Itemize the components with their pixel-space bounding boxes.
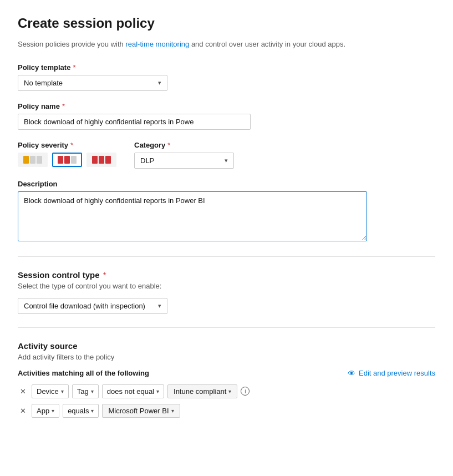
policy-name-input[interactable] (18, 114, 251, 130)
activities-matching-label: Activities matching all of the following (18, 369, 149, 377)
filter-row-1: ✕ Device ▾ Tag ▾ does not equal ▾ Intune… (18, 384, 435, 398)
chevron-down-icon-op2: ▾ (91, 408, 94, 414)
policy-severity-group: Policy severity * (18, 141, 116, 167)
page-title: Create session policy (18, 16, 435, 31)
required-star: * (73, 63, 75, 72)
section-divider-1 (18, 256, 435, 257)
category-label: Category * (134, 141, 234, 149)
chevron-down-icon-val2: ▾ (171, 408, 174, 414)
filter-field2-1-label: Tag (77, 387, 89, 396)
session-control-group: Session control type * Select the type o… (18, 270, 435, 314)
filter-operator-1[interactable]: does not equal ▾ (102, 384, 164, 398)
category-value: DLP (140, 156, 154, 165)
add-filters-text: Add activity filters to the policy (18, 353, 435, 361)
info-icon-1[interactable]: i (241, 387, 250, 396)
filter-value-1[interactable]: Intune compliant ▾ (167, 384, 237, 398)
policy-template-value: No template (24, 79, 63, 87)
filter-field1-2[interactable]: App ▾ (32, 404, 59, 418)
activity-source-title: Activity source (18, 341, 435, 351)
filter-remove-2[interactable]: ✕ (18, 406, 28, 416)
description-group: Description Block download of highly con… (18, 180, 435, 243)
policy-severity-label: Policy severity * (18, 141, 116, 149)
real-time-monitoring-link[interactable]: real-time monitoring (125, 40, 189, 48)
policy-template-dropdown[interactable]: No template ▾ (18, 75, 167, 91)
filter-operator-2-label: equals (68, 407, 89, 415)
edit-preview-label: Edit and preview results (359, 369, 435, 377)
chevron-down-icon-session: ▾ (158, 302, 161, 310)
filter-operator-1-label: does not equal (107, 387, 154, 396)
severity-high-button[interactable] (86, 153, 116, 167)
required-star-category: * (167, 141, 170, 149)
chevron-down-icon-device: ▾ (61, 388, 64, 394)
filter-field1-1-label: Device (37, 387, 59, 396)
filter-row-2: ✕ App ▾ equals ▾ Microsoft Power BI ▾ (18, 404, 435, 418)
policy-template-label: Policy template * (18, 63, 435, 72)
required-star-name: * (62, 102, 65, 110)
filter-field2-1[interactable]: Tag ▾ (72, 384, 99, 398)
session-control-dropdown[interactable]: Control file download (with inspection) … (18, 298, 167, 314)
filter-remove-1[interactable]: ✕ (18, 386, 28, 397)
policy-template-group: Policy template * No template ▾ (18, 63, 435, 91)
session-control-title: Session control type * (18, 270, 435, 280)
category-group: Category * DLP ▾ (134, 141, 234, 169)
policy-name-label: Policy name * (18, 102, 435, 110)
chevron-down-icon-op1: ▾ (156, 388, 159, 394)
filter-operator-2[interactable]: equals ▾ (63, 404, 99, 418)
filter-field1-2-label: App (37, 407, 49, 415)
filter-value-2-label: Microsoft Power BI (108, 407, 169, 415)
chevron-down-icon-category: ▾ (225, 157, 228, 164)
severity-medium-button[interactable] (52, 153, 82, 167)
section-divider-2 (18, 327, 435, 328)
filter-value-1-label: Intune compliant (174, 387, 226, 396)
eye-icon: 👁 (348, 369, 355, 378)
filter-value-2[interactable]: Microsoft Power BI ▾ (102, 404, 180, 418)
category-dropdown[interactable]: DLP ▾ (134, 153, 234, 169)
session-control-subtitle: Select the type of control you want to e… (18, 282, 435, 290)
required-star-severity: * (70, 141, 73, 149)
description-textarea[interactable]: Block download of highly confidential re… (18, 191, 367, 241)
filter-field1-1[interactable]: Device ▾ (32, 384, 69, 398)
session-control-value: Control file download (with inspection) (24, 302, 145, 310)
chevron-down-icon: ▾ (158, 79, 161, 87)
policy-name-group: Policy name * (18, 102, 435, 130)
required-star-session: * (103, 270, 106, 280)
activity-source-group: Activity source Add activity filters to … (18, 341, 435, 418)
chevron-down-icon-tag: ▾ (91, 388, 94, 394)
chevron-down-icon-app: ▾ (52, 408, 54, 414)
severity-category-row: Policy severity * Category * DLP ▾ (18, 141, 435, 169)
severity-options (18, 153, 116, 167)
chevron-down-icon-val1: ▾ (228, 388, 231, 394)
description-label: Description (18, 180, 435, 188)
edit-preview-button[interactable]: 👁 Edit and preview results (348, 369, 435, 378)
activities-header: Activities matching all of the following… (18, 369, 435, 378)
severity-low-button[interactable] (18, 153, 48, 167)
page-subtitle: Session policies provide you with real-t… (18, 39, 435, 50)
